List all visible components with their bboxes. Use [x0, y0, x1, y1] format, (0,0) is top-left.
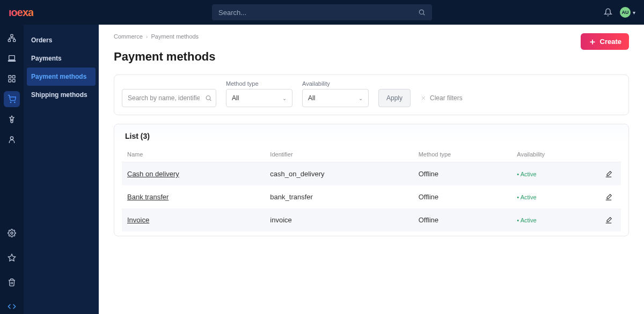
filter-search-input[interactable]: [122, 89, 216, 107]
row-identifier: cash_on_delivery: [265, 162, 413, 186]
notifications-icon[interactable]: [604, 8, 612, 17]
svg-point-12: [14, 102, 15, 102]
status-badge: Active: [517, 194, 536, 200]
submenu-orders[interactable]: Orders: [24, 31, 99, 49]
list-table: Name Identifier Method type Availability…: [122, 147, 621, 231]
table-row: InvoiceinvoiceOfflineActive: [122, 208, 621, 231]
search-icon: [418, 9, 426, 16]
svg-rect-10: [12, 79, 15, 82]
row-name-link[interactable]: Invoice: [127, 216, 149, 224]
row-identifier: invoice: [265, 208, 413, 231]
svg-rect-7: [9, 76, 11, 78]
user-menu[interactable]: AU ▾: [620, 7, 635, 18]
breadcrumb-sep: ›: [146, 33, 148, 40]
clear-filters[interactable]: Clear filters: [420, 89, 463, 107]
row-method-type: Offline: [413, 208, 512, 231]
apply-button[interactable]: Apply: [378, 89, 411, 107]
submenu-payment-methods[interactable]: Payment methods: [27, 68, 96, 86]
row-edit-icon[interactable]: [599, 185, 621, 208]
status-badge: Active: [517, 217, 536, 223]
table-row: Bank transferbank_transferOfflineActive: [122, 185, 621, 208]
breadcrumb-current: Payment methods: [151, 33, 199, 40]
svg-point-15: [11, 232, 13, 234]
svg-point-14: [10, 137, 13, 139]
rail-code-icon[interactable]: [0, 299, 24, 314]
close-icon: [420, 95, 427, 101]
filter-availability-select[interactable]: All ⌄: [302, 89, 369, 107]
row-name-link[interactable]: Bank transfer: [127, 193, 169, 201]
svg-point-11: [10, 102, 11, 102]
avatar: AU: [620, 7, 631, 18]
filter-method-type-label: Method type: [226, 80, 292, 87]
col-method-type: Method type: [413, 147, 512, 162]
row-method-type: Offline: [413, 185, 512, 208]
filter-method-type-select[interactable]: All ⌄: [226, 89, 292, 107]
row-edit-icon[interactable]: [599, 162, 621, 186]
rail-commerce-icon[interactable]: [4, 91, 20, 107]
list-card: List (3) Name Identifier Method type Ava…: [114, 124, 629, 236]
rail-content-icon[interactable]: [4, 50, 20, 66]
svg-point-13: [11, 121, 13, 123]
svg-rect-8: [12, 76, 15, 78]
rail-bookmark-icon[interactable]: [4, 250, 20, 266]
list-title: List (3): [122, 132, 621, 140]
svg-rect-2: [11, 34, 13, 36]
topbar: ıoexa AU ▾: [0, 0, 644, 25]
submenu-payments[interactable]: Payments: [24, 49, 99, 68]
filter-availability-value: All: [308, 94, 315, 102]
filter-availability-label: Availability: [302, 80, 369, 87]
svg-rect-9: [9, 79, 11, 82]
breadcrumb-root[interactable]: Commerce: [114, 33, 143, 40]
main-content: Commerce › Payment methods ＋ Create Paym…: [99, 25, 644, 314]
clear-filters-label: Clear filters: [430, 94, 463, 102]
rail-sitemap-icon[interactable]: [4, 30, 20, 46]
rail-settings-icon[interactable]: [4, 225, 20, 241]
svg-line-1: [423, 14, 425, 16]
svg-rect-3: [8, 40, 10, 42]
svg-marker-16: [8, 254, 15, 261]
breadcrumb: Commerce › Payment methods: [114, 33, 199, 40]
brand-logo: ıoexa: [9, 6, 33, 19]
svg-rect-6: [8, 61, 15, 61]
svg-point-17: [206, 96, 210, 100]
chevron-down-icon: ⌄: [282, 95, 287, 101]
rail-setup-icon[interactable]: [4, 111, 20, 128]
filter-method-type-value: All: [232, 94, 239, 102]
rail-trash-icon[interactable]: [4, 274, 20, 290]
svg-line-18: [210, 100, 211, 101]
create-button[interactable]: ＋ Create: [581, 33, 629, 50]
global-search[interactable]: [212, 4, 432, 20]
global-search-input[interactable]: [218, 9, 418, 17]
search-icon: [205, 95, 212, 102]
chevron-down-icon: ⌄: [358, 95, 363, 101]
svg-rect-5: [9, 56, 15, 60]
row-edit-icon[interactable]: [599, 208, 621, 231]
rail-users-icon[interactable]: [4, 132, 20, 148]
page-title: Payment methods: [114, 50, 216, 64]
row-name-link[interactable]: Cash on delivery: [127, 170, 179, 178]
submenu-shipping-methods[interactable]: Shipping methods: [24, 86, 99, 104]
create-button-label: Create: [600, 38, 621, 46]
svg-point-0: [419, 10, 423, 14]
svg-rect-4: [13, 40, 16, 42]
chevron-down-icon: ▾: [633, 10, 635, 16]
table-row: Cash on deliverycash_on_deliveryOfflineA…: [122, 162, 621, 186]
row-method-type: Offline: [413, 162, 512, 186]
col-availability: Availability: [511, 147, 599, 162]
icon-rail: [0, 25, 24, 314]
col-name: Name: [122, 147, 265, 162]
submenu: Orders Payments Payment methods Shipping…: [24, 25, 99, 314]
filter-card: Method type All ⌄ Availability All ⌄ App…: [114, 74, 629, 115]
col-identifier: Identifier: [265, 147, 413, 162]
row-identifier: bank_transfer: [265, 185, 413, 208]
rail-catalog-icon[interactable]: [4, 71, 20, 87]
status-badge: Active: [517, 171, 536, 177]
